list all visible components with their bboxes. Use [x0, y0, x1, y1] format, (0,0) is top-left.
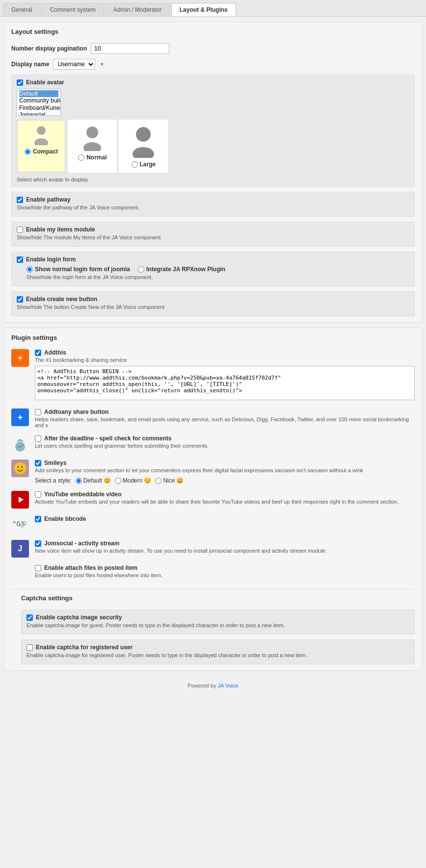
plugin-title-row-bbcode: Enable bbcode [35, 515, 415, 522]
plugin-item-attach-files: Enable attach files in posted item Enabl… [11, 564, 415, 582]
tab-admin-moderator[interactable]: Admin / Moderator [105, 3, 170, 16]
enable-avatar-checkbox[interactable] [17, 79, 23, 86]
plugin-youtube-checkbox[interactable] [35, 491, 41, 498]
plugin-icon-addthis: + [11, 349, 29, 367]
plugin-attach-files-desc: Enable users to post files hosted elsewh… [35, 572, 415, 578]
smiley-default-radio[interactable] [76, 478, 82, 484]
plugin-title-row-attach-files: Enable attach files in posted item [35, 564, 415, 571]
login-form-sub: Show normal login form of joomla Integra… [27, 266, 409, 273]
avatar-svg-compact [32, 125, 50, 145]
pagination-input[interactable] [91, 43, 169, 54]
avatar-figure-large [129, 125, 158, 158]
plugin-jomsocial-checkbox[interactable] [35, 540, 41, 547]
plugin-after-deadline-label: After the deadline - spell check for com… [44, 435, 171, 442]
plugin-after-deadline-checkbox[interactable] [35, 435, 41, 442]
plugin-addtoany-checkbox[interactable] [35, 409, 41, 415]
plugin-info-smileys: Smileys Add smileys to your comment sect… [35, 460, 415, 484]
captcha-image-checkbox[interactable] [27, 614, 33, 621]
layout-settings-section: Layout settings Number display paginatio… [4, 22, 422, 323]
smiley-nice-radio[interactable] [155, 478, 161, 484]
plugin-icon-bbcode: "G" 🔗 [11, 515, 29, 533]
plugin-title-row-after-deadline: After the deadline - spell check for com… [35, 435, 415, 442]
captcha-settings: Captcha settings Enable captcha image se… [21, 594, 415, 664]
enable-pathway-desc: Show/hide the pathway of the JA Voice co… [17, 204, 409, 212]
avatar-large-label[interactable]: Large [132, 161, 156, 168]
plugin-title-row-jomsocial: Jomsocial - activity stream [35, 540, 415, 547]
login-form-normal-label[interactable]: Show normal login form of joomla [27, 266, 130, 273]
avatar-option-large[interactable]: Large [119, 120, 168, 173]
plugin-settings-title: Plugin settings [11, 334, 415, 344]
plugin-title-row-smileys: Smileys [35, 460, 415, 466]
avatar-list-select[interactable]: Default Community builder Fireboard/Kune… [17, 89, 61, 116]
plugin-smileys-checkbox[interactable] [35, 460, 41, 466]
avatar-large-radio[interactable] [132, 161, 138, 168]
plugin-after-deadline-desc: Let users check spelling and grammar bef… [35, 443, 415, 449]
avatar-option-compact[interactable]: Compact [17, 120, 66, 173]
tabs-bar: General Comment system Admin / Moderator… [0, 0, 426, 17]
footer-link[interactable]: JA Voice [217, 683, 238, 689]
login-form-rpxnow-label[interactable]: Integrate JA RPXnow Plugin [138, 266, 225, 273]
display-name-select[interactable]: Username Full name Email [53, 59, 95, 70]
svg-point-4 [136, 127, 151, 142]
avatar-normal-label[interactable]: Normal [78, 154, 106, 161]
svg-point-10 [22, 466, 23, 468]
smiley-modern-radio[interactable] [115, 478, 121, 484]
plugin-info-bbcode: Enable bbcode [35, 515, 415, 523]
plugin-info-youtube: YouTube embeddable video Activate YouTub… [35, 491, 415, 505]
captcha-title: Captcha settings [21, 594, 415, 605]
avatar-option-normal[interactable]: Normal [68, 120, 117, 173]
enable-login-form-desc: Show/hide the login form at the JA Voice… [27, 274, 409, 282]
avatar-normal-radio[interactable] [78, 154, 84, 161]
smiley-modern-emoji: 😏 [144, 477, 151, 484]
avatar-list-container: Default Community builder Fireboard/Kune… [17, 89, 409, 116]
tab-comment-system[interactable]: Comment system [42, 3, 104, 16]
tab-general[interactable]: General [3, 3, 41, 16]
enable-my-items-label: Enable my items module [26, 226, 95, 233]
enable-pathway-label: Enable pathway [26, 196, 71, 203]
svg-point-3 [83, 142, 101, 151]
enable-login-form-checkbox[interactable] [17, 256, 23, 263]
svg-point-5 [133, 147, 154, 158]
enable-create-new-label: Enable create new button [26, 296, 97, 303]
enable-my-items-checkbox[interactable] [17, 227, 23, 233]
avatar-compact-label[interactable]: Compact [25, 148, 58, 155]
plugin-item-jomsocial: J Jomsocial - activity stream New voice … [11, 540, 415, 558]
enable-create-new-desc: Show/hide The button Create New of the J… [17, 304, 409, 312]
captcha-image-row: Enable captcha image security Enable cap… [21, 610, 415, 635]
plugin-addthis-checkbox[interactable] [35, 350, 41, 356]
smiley-nice-label[interactable]: Nice 😄 [155, 477, 184, 484]
login-form-normal-radio[interactable] [27, 266, 33, 273]
smiley-default-label[interactable]: Default 😊 [76, 477, 111, 484]
enable-login-form-row: Enable login form Show normal login form… [11, 252, 415, 286]
avatar-compact-radio[interactable] [25, 149, 31, 155]
plugin-item-addthis: + Addthis The #1 bookmarking & sharing s… [11, 349, 415, 402]
enable-my-items-desc: Show/hide The module My Items of the JA … [17, 234, 409, 242]
enable-avatar-row: Enable avatar Default Community builder … [11, 75, 415, 187]
login-form-rpxnow-radio[interactable] [138, 266, 144, 273]
svg-point-8 [14, 462, 26, 474]
avatar-figure-normal [80, 125, 104, 151]
enable-login-form-label: Enable login form [26, 256, 76, 263]
plugin-addthis-code[interactable]: <!-- AddThis Button BEGIN --> <a href="h… [35, 366, 415, 400]
plugin-bbcode-label: Enable bbcode [44, 515, 86, 522]
plugin-icon-addtoany: + [11, 408, 29, 426]
bbcode-svg: "G" 🔗 [11, 515, 29, 533]
plugin-bbcode-checkbox[interactable] [35, 516, 41, 522]
youtube-svg [13, 495, 27, 505]
svg-point-0 [37, 126, 46, 135]
plugin-divider [11, 589, 415, 589]
plugin-icon-smileys [11, 460, 29, 477]
plugin-attach-files-checkbox[interactable] [35, 565, 41, 571]
enable-create-new-checkbox[interactable] [17, 296, 23, 303]
smiley-modern-label[interactable]: Modern 😏 [115, 477, 152, 484]
plugin-info-addthis: Addthis The #1 bookmarking & sharing ser… [35, 349, 415, 402]
captcha-registered-checkbox[interactable] [27, 644, 33, 651]
footer-text: Powered by [187, 683, 216, 689]
plugin-jomsocial-label: Jomsocial - activity stream [44, 540, 119, 547]
plugin-jomsocial-desc: New voice item will show up in activity … [35, 548, 415, 554]
plugin-icon-attach-files [11, 564, 29, 582]
captcha-image-desc: Enable captcha-image for guest. Poster n… [27, 622, 409, 630]
enable-pathway-checkbox[interactable] [17, 197, 23, 203]
tab-layout-plugins[interactable]: Layout & Plugins [171, 3, 236, 16]
svg-point-9 [18, 466, 19, 468]
